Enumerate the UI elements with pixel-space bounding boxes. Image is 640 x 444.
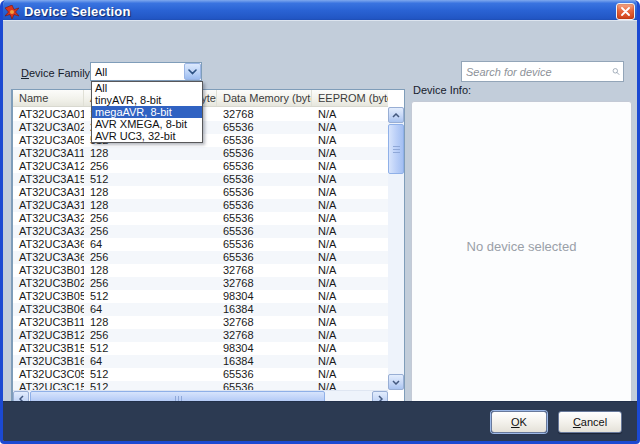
- table-cell: N/A: [312, 108, 388, 121]
- table-row[interactable]: AT32UC3A125625665536N/A: [13, 160, 388, 173]
- table-cell: 65536: [217, 212, 312, 225]
- table-cell: AT32UC3A1128: [13, 147, 84, 160]
- table-cell: 512: [84, 173, 217, 186]
- dropdown-item[interactable]: All: [92, 82, 202, 94]
- table-cell: N/A: [312, 121, 388, 134]
- table-cell: 65536: [217, 121, 312, 134]
- table-cell: N/A: [312, 212, 388, 225]
- table-row[interactable]: AT32UC3A312812865536N/A: [13, 186, 388, 199]
- table-row[interactable]: AT32UC3B151251298304N/A: [13, 342, 388, 355]
- table-cell: AT32UC3B1256: [13, 329, 84, 342]
- table-cell: 512: [84, 342, 217, 355]
- table-cell: 32768: [217, 277, 312, 290]
- table-cell: N/A: [312, 303, 388, 316]
- app-icon: [5, 5, 19, 19]
- table-cell: N/A: [312, 238, 388, 251]
- table-cell: 256: [84, 212, 217, 225]
- table-cell: 65536: [217, 238, 312, 251]
- table-cell: N/A: [312, 251, 388, 264]
- search-input[interactable]: [462, 62, 612, 81]
- combobox-dropdown-button[interactable]: [184, 63, 201, 80]
- cancel-button[interactable]: Cancel: [558, 411, 622, 433]
- device-info-panel: No device selected: [411, 101, 632, 407]
- column-header[interactable]: EEPROM (bytes): [312, 90, 388, 107]
- table-cell: N/A: [312, 225, 388, 238]
- table-row[interactable]: AT32UC3C0512C51265536N/A: [13, 368, 388, 381]
- table-cell: 128: [84, 199, 217, 212]
- table-cell: AT32UC3A3128: [13, 186, 84, 199]
- table-cell: AT32UC3A364: [13, 238, 84, 251]
- table-row[interactable]: AT32UC3B051251298304N/A: [13, 290, 388, 303]
- table-cell: AT32UC3B1128: [13, 316, 84, 329]
- table-cell: AT32UC3B1512: [13, 342, 84, 355]
- table-row[interactable]: AT32UC3A325625665536N/A: [13, 212, 388, 225]
- dropdown-item[interactable]: megaAVR, 8-bit: [92, 106, 202, 118]
- table-row[interactable]: AT32UC3A3646465536N/A: [13, 238, 388, 251]
- table-row[interactable]: AT32UC3A151251265536N/A: [13, 173, 388, 186]
- table-cell: AT32UC3A3128S: [13, 199, 84, 212]
- dialog-body: Device Family: All NameApp./Boot Memory …: [3, 20, 637, 401]
- ok-button[interactable]: OK: [491, 411, 547, 433]
- device-search-box: [461, 61, 624, 82]
- table-cell: N/A: [312, 160, 388, 173]
- scroll-up-button[interactable]: [388, 107, 404, 123]
- table-cell: AT32UC3B0256: [13, 277, 84, 290]
- table-cell: 65536: [217, 381, 312, 390]
- table-body[interactable]: AT32UC3A012812832768N/AAT32UC3A025625665…: [13, 108, 388, 390]
- table-cell: AT32UC3B164: [13, 355, 84, 368]
- table-cell: 256: [84, 329, 217, 342]
- search-icon[interactable]: [612, 64, 620, 79]
- table-row[interactable]: AT32UC3B1646416384N/A: [13, 355, 388, 368]
- table-row[interactable]: AT32UC3B0646416384N/A: [13, 303, 388, 316]
- table-cell: N/A: [312, 381, 388, 390]
- device-selection-dialog: Device Selection Device Family: All: [0, 0, 640, 444]
- table-cell: 65536: [217, 147, 312, 160]
- table-cell: 65536: [217, 251, 312, 264]
- dropdown-item[interactable]: AVR XMEGA, 8-bit: [92, 118, 202, 130]
- table-row[interactable]: AT32UC3B112812832768N/A: [13, 316, 388, 329]
- table-cell: 32768: [217, 108, 312, 121]
- table-row[interactable]: AT32UC3B012812832768N/A: [13, 264, 388, 277]
- vertical-scrollbar[interactable]: [388, 107, 404, 390]
- dropdown-item[interactable]: AVR UC3, 32-bit: [92, 130, 202, 142]
- table-row[interactable]: AT32UC3C1512C51265536N/A: [13, 381, 388, 390]
- table-cell: 128: [84, 147, 217, 160]
- vertical-scroll-thumb[interactable]: [388, 124, 404, 174]
- table-cell: 65536: [217, 134, 312, 147]
- table-cell: 65536: [217, 225, 312, 238]
- table-cell: AT32UC3B0512: [13, 290, 84, 303]
- table-cell: N/A: [312, 199, 388, 212]
- device-family-combobox[interactable]: All: [90, 62, 202, 81]
- table-cell: 65536: [217, 368, 312, 381]
- no-device-selected-text: No device selected: [412, 239, 631, 254]
- arrow-down-icon: [392, 380, 400, 385]
- table-cell: AT32UC3A0128: [13, 108, 84, 121]
- table-cell: 512: [84, 381, 217, 390]
- table-cell: AT32UC3A3256: [13, 212, 84, 225]
- table-cell: 65536: [217, 186, 312, 199]
- table-cell: AT32UC3A0512: [13, 134, 84, 147]
- table-cell: 16384: [217, 355, 312, 368]
- close-icon: [621, 7, 630, 16]
- table-cell: 98304: [217, 342, 312, 355]
- table-row[interactable]: AT32UC3A3256S25665536N/A: [13, 225, 388, 238]
- table-cell: 256: [84, 225, 217, 238]
- table-cell: 128: [84, 316, 217, 329]
- table-cell: AT32UC3A1256: [13, 160, 84, 173]
- table-cell: 512: [84, 290, 217, 303]
- close-button[interactable]: [616, 3, 635, 20]
- table-row[interactable]: AT32UC3A364S25665536N/A: [13, 251, 388, 264]
- table-row[interactable]: AT32UC3B025625632768N/A: [13, 277, 388, 290]
- device-family-label: Device Family:: [21, 67, 93, 79]
- dropdown-item[interactable]: tinyAVR, 8-bit: [92, 94, 202, 106]
- table-cell: 256: [84, 251, 217, 264]
- scroll-down-button[interactable]: [388, 374, 404, 390]
- table-cell: 32768: [217, 329, 312, 342]
- column-header[interactable]: Name: [13, 90, 84, 107]
- column-header[interactable]: Data Memory (bytes): [217, 90, 312, 107]
- table-cell: N/A: [312, 329, 388, 342]
- table-cell: N/A: [312, 316, 388, 329]
- table-row[interactable]: AT32UC3A3128S12865536N/A: [13, 199, 388, 212]
- table-row[interactable]: AT32UC3B125625632768N/A: [13, 329, 388, 342]
- table-row[interactable]: AT32UC3A112812865536N/A: [13, 147, 388, 160]
